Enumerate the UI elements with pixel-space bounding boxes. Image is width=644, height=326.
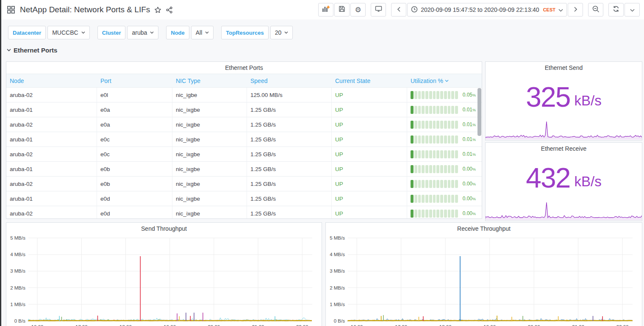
save-dashboard-button[interactable] bbox=[334, 3, 350, 17]
utilization-value: 0.00% bbox=[463, 181, 478, 187]
filter-cluster-label[interactable]: Cluster bbox=[97, 26, 126, 39]
cell-current-state: UP bbox=[332, 88, 407, 102]
cell-nic-type: nic_ixgbe bbox=[172, 206, 247, 219]
cell-port: e0d bbox=[97, 191, 172, 206]
send-throughput-chart[interactable]: 5 MB/s4 MB/s3 MB/s2 MB/s1 MB/s0 B/s16:00… bbox=[6, 235, 322, 326]
stat-number: 432 bbox=[526, 164, 570, 192]
send-throughput-panel: Send Throughput 5 MB/s4 MB/s3 MB/s2 MB/s… bbox=[6, 222, 322, 326]
cell-nic-type: nic_ixgbe bbox=[172, 191, 247, 206]
share-icon[interactable] bbox=[166, 6, 173, 14]
cell-nic-type: nic_ixgbe bbox=[172, 162, 247, 176]
filter-topresources-value[interactable]: 20 bbox=[270, 26, 293, 39]
table-row: aruba-02e0bnic_ixgbe1.25 GB/sUP0.00% bbox=[6, 176, 482, 191]
cell-speed: 1.25 GB/s bbox=[247, 147, 332, 161]
cycle-view-button[interactable] bbox=[371, 3, 386, 17]
clock-icon bbox=[411, 6, 418, 14]
filter-node-value[interactable]: All bbox=[191, 26, 214, 39]
filter-topresources-label[interactable]: TopResources bbox=[221, 26, 268, 39]
refresh-button[interactable] bbox=[608, 3, 624, 17]
collapse-chevron-icon bbox=[7, 49, 11, 52]
svg-text:2 MB/s: 2 MB/s bbox=[330, 285, 345, 290]
cell-utilization: 0.00% bbox=[407, 206, 482, 219]
table-row: aruba-02e0anic_ixgbe1.25 GB/sUP0.01% bbox=[6, 117, 482, 132]
table-header: Node Port NIC Type Speed Current State U… bbox=[6, 74, 482, 87]
refresh-interval-dropdown[interactable] bbox=[625, 3, 640, 17]
caret-down-icon bbox=[150, 31, 154, 34]
svg-text:5 MB/s: 5 MB/s bbox=[330, 235, 345, 240]
caret-down-icon bbox=[81, 31, 85, 34]
cell-node: aruba-02 bbox=[6, 206, 97, 219]
side-menu-edge[interactable] bbox=[0, 0, 1, 326]
stat-value: 432 kB/s bbox=[486, 155, 642, 201]
submenu-filters: Datacenter MUCCBC Cluster aruba Node All… bbox=[1, 19, 644, 46]
zoom-out-button[interactable] bbox=[588, 3, 603, 17]
dashboard-settings-button[interactable]: ⚙ bbox=[350, 3, 366, 17]
column-header-current-state[interactable]: Current State bbox=[332, 74, 407, 87]
cell-port: e0a bbox=[97, 102, 172, 117]
svg-text:19:00: 19:00 bbox=[164, 324, 176, 326]
table-row: aruba-01e0anic_ixgbe1.25 GB/sUP0.01% bbox=[6, 102, 482, 117]
cell-utilization: 0.05% bbox=[407, 88, 482, 102]
stat-unit: kB/s bbox=[574, 174, 601, 190]
stat-panel-title[interactable]: Ethernet Send bbox=[486, 62, 642, 74]
caret-down-icon bbox=[205, 31, 209, 34]
time-range-picker[interactable]: 2020-09-09 15:47:52 to 2020-09-09 22:13:… bbox=[407, 3, 567, 17]
cell-utilization: 0.01% bbox=[407, 102, 482, 117]
svg-text:18:00: 18:00 bbox=[119, 324, 132, 326]
filter-datacenter-label[interactable]: Datacenter bbox=[8, 26, 46, 39]
chevron-left-icon bbox=[397, 6, 401, 14]
dashboard-title: NetApp Detail: Network Ports & LIFs bbox=[20, 5, 150, 14]
cell-speed: 1.25 GB/s bbox=[247, 162, 332, 176]
time-range-text: 2020-09-09 15:47:52 to 2020-09-09 22:13:… bbox=[421, 6, 539, 13]
svg-text:2 MB/s: 2 MB/s bbox=[10, 285, 25, 290]
cell-current-state: UP bbox=[332, 102, 407, 117]
cell-nic-type: nic_ixgbe bbox=[172, 147, 247, 161]
cell-utilization: 0.01% bbox=[407, 147, 482, 161]
table-row: aruba-02e0lnic_igbe125.00 MB/sUP0.05% bbox=[6, 87, 482, 102]
column-header-speed[interactable]: Speed bbox=[247, 74, 332, 87]
row-ethernet-ports-toggle[interactable]: Ethernet Ports bbox=[7, 47, 57, 54]
column-header-nic-type[interactable]: NIC Type bbox=[172, 74, 247, 87]
filter-value-text: All bbox=[196, 29, 203, 36]
gear-icon: ⚙ bbox=[355, 6, 361, 14]
add-panel-icon bbox=[322, 6, 330, 14]
apps-grid-icon[interactable] bbox=[7, 6, 15, 14]
utilization-value: 0.00% bbox=[463, 196, 478, 202]
table-row: aruba-02e0dnic_ixgbe1.25 GB/sUP0.00% bbox=[6, 206, 482, 219]
svg-text:5 MB/s: 5 MB/s bbox=[10, 235, 25, 240]
utilization-value: 0.01% bbox=[463, 107, 478, 113]
filter-node-label[interactable]: Node bbox=[166, 26, 189, 39]
utilization-gauge bbox=[411, 106, 458, 114]
ethernet-send-sparkline bbox=[486, 120, 642, 140]
utilization-gauge bbox=[411, 195, 458, 203]
table-panel-title[interactable]: Ethernet Ports bbox=[6, 62, 482, 74]
table-scrollbar-thumb[interactable] bbox=[477, 88, 481, 136]
time-forward-button[interactable] bbox=[568, 3, 583, 17]
ethernet-ports-table-panel: Ethernet Ports Node Port NIC Type Speed … bbox=[6, 61, 482, 219]
filter-datacenter-value[interactable]: MUCCBC bbox=[47, 26, 89, 39]
chart-panel-title[interactable]: Receive Throughput bbox=[326, 223, 642, 235]
column-header-node[interactable]: Node bbox=[6, 74, 97, 87]
utilization-gauge bbox=[411, 135, 458, 144]
receive-throughput-chart[interactable]: 5 MB/s4 MB/s3 MB/s2 MB/s1 MB/s0 B/s16:00… bbox=[326, 235, 642, 326]
chart-panel-title[interactable]: Send Throughput bbox=[6, 223, 322, 235]
cell-speed: 1.25 GB/s bbox=[247, 177, 332, 191]
cell-port: e0c bbox=[97, 132, 172, 146]
svg-text:20:00: 20:00 bbox=[528, 324, 540, 326]
cell-node: aruba-02 bbox=[6, 88, 97, 102]
column-header-port[interactable]: Port bbox=[97, 74, 172, 87]
table-row: aruba-01e0bnic_ixgbe1.25 GB/sUP0.00% bbox=[6, 161, 482, 176]
stat-panel-title[interactable]: Ethernet Receive bbox=[486, 143, 642, 155]
cell-node: aruba-01 bbox=[6, 191, 97, 206]
filter-cluster: Cluster aruba bbox=[97, 26, 159, 39]
svg-text:0 B/s: 0 B/s bbox=[334, 318, 345, 323]
star-icon[interactable] bbox=[154, 6, 161, 14]
svg-text:19:00: 19:00 bbox=[483, 324, 496, 326]
add-panel-button[interactable] bbox=[318, 3, 333, 17]
cell-current-state: UP bbox=[332, 177, 407, 191]
column-header-utilization[interactable]: Utilization % bbox=[407, 74, 482, 87]
time-back-button[interactable] bbox=[391, 3, 406, 17]
cell-utilization: 0.00% bbox=[407, 191, 482, 206]
filter-cluster-value[interactable]: aruba bbox=[127, 26, 158, 39]
svg-text:22:00: 22:00 bbox=[296, 324, 308, 326]
